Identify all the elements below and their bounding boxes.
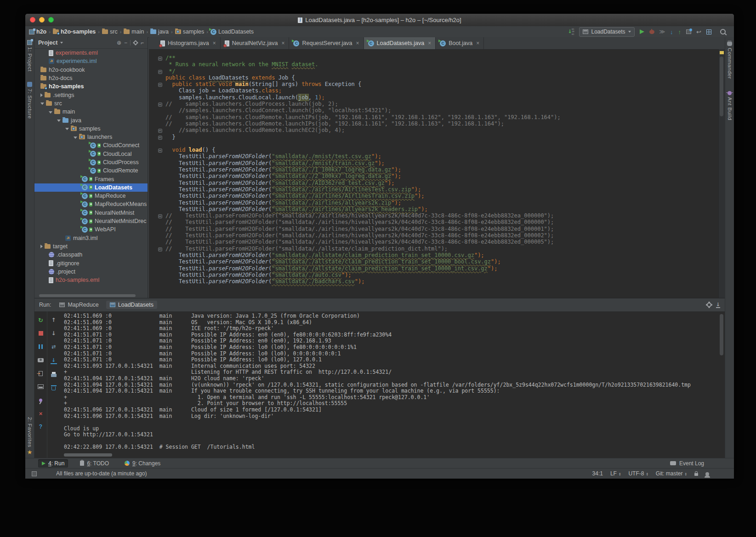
tree-row-CloudLocal[interactable]: CloudLocal bbox=[34, 150, 148, 158]
toolwindow-toggle-icon[interactable] bbox=[32, 471, 37, 476]
coverage-button[interactable]: ≫ bbox=[659, 29, 665, 34]
rerun-icon[interactable]: ↻ bbox=[38, 317, 44, 323]
tree-row-target[interactable]: target bbox=[34, 242, 148, 251]
vcs-commit-button[interactable]: ↑ bbox=[678, 29, 682, 35]
tree-row-CloudProcess[interactable]: CloudProcess bbox=[34, 158, 148, 166]
pin-icon[interactable] bbox=[38, 397, 44, 403]
tool-button-structure[interactable]: 7: Structure bbox=[27, 82, 33, 119]
locate-file-icon[interactable]: ⊕ bbox=[117, 40, 121, 46]
editor-tab-Boot.java[interactable]: Boot.java× bbox=[436, 37, 484, 49]
breadcrumb-item-h2o[interactable]: h2o bbox=[29, 29, 46, 35]
breadcrumb-item-src[interactable]: src bbox=[102, 29, 118, 35]
chevron-expanded-icon[interactable] bbox=[40, 103, 44, 105]
console-output[interactable]: 02:41:51.069 :0 main Java version: Java … bbox=[64, 313, 715, 451]
error-stripe-scrollbar[interactable] bbox=[718, 49, 725, 298]
titlebar[interactable]: LoadDatasets.java – [h2o-samples] – h2o … bbox=[25, 14, 734, 27]
fold-end-icon[interactable]: ⌐ bbox=[158, 129, 162, 133]
jump-to-console-icon[interactable] bbox=[38, 370, 44, 377]
hide-panel-icon[interactable]: ⌐ bbox=[141, 40, 144, 46]
lock-icon[interactable] bbox=[694, 473, 698, 476]
soft-wrap-icon[interactable]: ⇄ bbox=[51, 343, 57, 350]
tool-button-commander[interactable]: Commander bbox=[727, 42, 733, 79]
warning-stripe-mark[interactable] bbox=[720, 51, 724, 54]
chevron-expanded-icon[interactable] bbox=[65, 128, 69, 130]
vcs-branch-select[interactable]: Git: master▲▼ bbox=[656, 470, 687, 477]
editor-tab-RequestServer.java[interactable]: RequestServer.java× bbox=[289, 37, 364, 49]
chevron-expanded-icon[interactable] bbox=[49, 111, 52, 114]
pause-output-icon[interactable] bbox=[38, 343, 44, 350]
tool-window-button-changes[interactable]: 9: Changes bbox=[121, 459, 164, 468]
undo-icon[interactable]: ↩ bbox=[696, 29, 701, 35]
console-hscrollbar[interactable] bbox=[64, 453, 112, 457]
editor-tab-Histograms.java[interactable]: Histograms.java× bbox=[156, 37, 221, 49]
tree-row-Frames[interactable]: Frames bbox=[34, 175, 148, 183]
search-icon[interactable] bbox=[720, 29, 726, 34]
chevron-collapsed-icon[interactable] bbox=[40, 245, 43, 248]
fold-collapse-icon[interactable]: − bbox=[158, 83, 162, 87]
chevron-collapsed-icon[interactable] bbox=[40, 93, 43, 97]
next-occurrence-icon[interactable]: ↓ bbox=[51, 330, 57, 337]
tool-window-button-run[interactable]: 4: Run bbox=[38, 459, 68, 468]
tree-row-launchers[interactable]: launchers bbox=[34, 133, 148, 141]
tree-row-samples[interactable]: samples bbox=[34, 125, 148, 133]
close-icon[interactable]: × bbox=[213, 40, 216, 46]
close-icon[interactable]: × bbox=[281, 40, 284, 46]
breadcrumb-item-main[interactable]: main bbox=[124, 29, 144, 35]
tree-row-.classpath[interactable]: .classpath bbox=[34, 251, 148, 259]
editor-scrollbar-thumb[interactable] bbox=[720, 57, 723, 116]
fold-collapse-icon[interactable]: − bbox=[158, 214, 162, 218]
editor-tab-NeuralNetViz.java[interactable]: NeuralNetViz.java× bbox=[221, 37, 290, 49]
run-tab-LoadDatasets[interactable]: LoadDatasets bbox=[106, 301, 157, 309]
breadcrumb-item-samples[interactable]: samples bbox=[175, 29, 205, 35]
recent-changes-icon[interactable] bbox=[686, 29, 691, 34]
sort-lines-icon[interactable] bbox=[568, 28, 574, 35]
line-separator-select[interactable]: LF▲▼ bbox=[610, 470, 621, 477]
tree-row-MapReduceKMeans[interactable]: MapReduceKMeans bbox=[34, 200, 148, 208]
run-button[interactable] bbox=[640, 29, 644, 34]
project-structure-icon[interactable] bbox=[706, 29, 711, 34]
restore-layout-icon[interactable] bbox=[38, 383, 44, 390]
tree-row-.settings[interactable]: .settings bbox=[34, 91, 148, 99]
editor[interactable]: Histograms.java×NeuralNetViz.java×Reques… bbox=[149, 37, 725, 298]
tree-row-h2o-samples[interactable]: h2o-samples bbox=[34, 82, 148, 91]
breadcrumb-item-LoadDatasets[interactable]: LoadDatasets bbox=[210, 29, 254, 35]
run-configuration-select[interactable]: LoadDatasets bbox=[579, 27, 634, 37]
vcs-update-button[interactable]: ↓ bbox=[670, 29, 673, 35]
fold-collapse-icon[interactable]: − bbox=[158, 57, 162, 61]
fold-collapse-icon[interactable]: − bbox=[158, 103, 162, 107]
chevron-expanded-icon[interactable] bbox=[57, 120, 61, 122]
tool-button-ant-build[interactable]: Ant Build bbox=[727, 91, 733, 120]
clear-all-icon[interactable] bbox=[51, 384, 57, 391]
editor-tab-LoadDatasets.java[interactable]: LoadDatasets.java× bbox=[364, 37, 436, 49]
tree-row-main3.iml[interactable]: main3.iml bbox=[34, 234, 148, 242]
tree-row-experiments.iml[interactable]: experiments.iml bbox=[34, 57, 148, 65]
code-area[interactable]: −/** * Runs a neural network on the MNIS… bbox=[149, 49, 718, 298]
project-view-select[interactable]: Project bbox=[38, 40, 63, 46]
help-icon[interactable]: ? bbox=[38, 423, 44, 430]
tree-row-CloudConnect[interactable]: CloudConnect bbox=[34, 141, 148, 149]
scroll-to-end-icon[interactable]: ↓ bbox=[51, 357, 57, 364]
fold-collapse-icon[interactable]: − bbox=[158, 149, 162, 153]
encoding-select[interactable]: UTF-8▲▼ bbox=[628, 470, 648, 477]
tree-row-h2o-samples.eml[interactable]: h2o-samples.eml bbox=[34, 276, 148, 284]
fold-end-icon[interactable]: ⌐ bbox=[158, 70, 162, 74]
tool-button-project[interactable]: 1: Project bbox=[27, 40, 33, 72]
fold-end-icon[interactable]: ⌐ bbox=[158, 136, 162, 140]
tree-row-experiments.eml[interactable]: experiments.eml bbox=[34, 49, 148, 57]
tree-row-.gitignore[interactable]: .gitignore bbox=[34, 259, 148, 267]
debug-button[interactable] bbox=[649, 30, 654, 34]
console-vscrollbar[interactable] bbox=[720, 314, 723, 355]
tree-row-java[interactable]: java bbox=[34, 116, 148, 124]
stop-icon[interactable] bbox=[38, 330, 44, 337]
close-icon[interactable]: × bbox=[38, 410, 44, 417]
tree-row-.project[interactable]: .project bbox=[34, 268, 148, 276]
dump-threads-icon[interactable] bbox=[38, 357, 44, 363]
fold-end-icon[interactable]: ⌐ bbox=[158, 247, 162, 251]
run-tab-MapReduce[interactable]: MapReduce bbox=[56, 301, 102, 309]
caret-position[interactable]: 34:1 bbox=[592, 470, 603, 477]
hide-console-icon[interactable]: ↓ bbox=[716, 302, 720, 308]
event-log-button[interactable]: Event Log bbox=[670, 460, 704, 467]
gear-icon[interactable] bbox=[707, 303, 711, 307]
tree-row-NeuralNetMnist[interactable]: NeuralNetMnist bbox=[34, 209, 148, 217]
gear-icon[interactable] bbox=[134, 41, 137, 45]
